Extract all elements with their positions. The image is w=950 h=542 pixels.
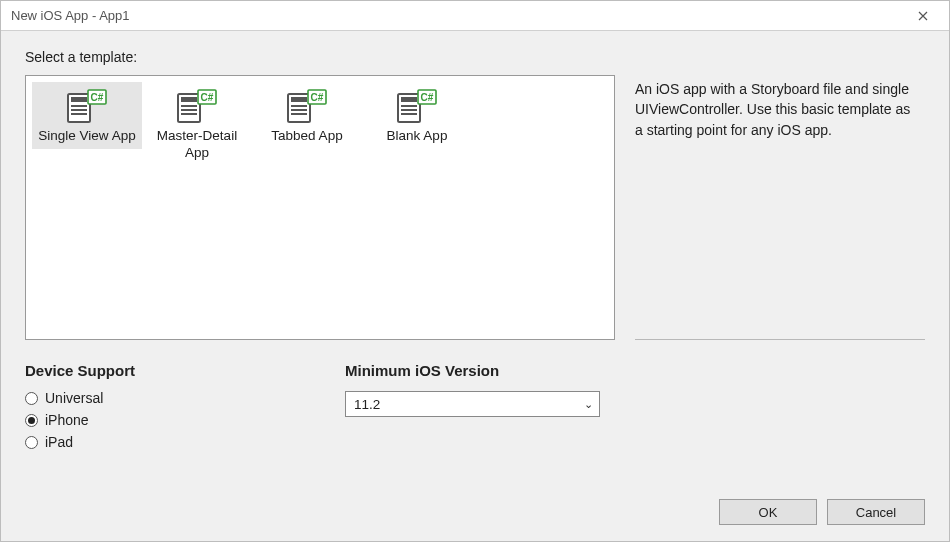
- min-ios-section: Minimum iOS Version 11.2 ⌄: [345, 362, 600, 453]
- svg-text:C#: C#: [421, 92, 434, 103]
- ok-label: OK: [759, 505, 778, 520]
- device-support-section: Device Support UniversaliPhoneiPad: [25, 362, 305, 453]
- template-label: Tabbed App: [271, 128, 342, 145]
- lower-row: Device Support UniversaliPhoneiPad Minim…: [25, 362, 925, 453]
- device-option[interactable]: Universal: [25, 387, 305, 409]
- template-item[interactable]: C#Blank App: [362, 82, 472, 149]
- svg-text:C#: C#: [311, 92, 324, 103]
- csharp-template-icon: C#: [286, 88, 328, 124]
- device-option-label: Universal: [45, 390, 103, 406]
- device-option[interactable]: iPhone: [25, 409, 305, 431]
- device-option-label: iPad: [45, 434, 73, 450]
- svg-text:C#: C#: [91, 92, 104, 103]
- svg-rect-15: [291, 97, 307, 102]
- window-title: New iOS App - App1: [11, 8, 130, 23]
- template-label: Single View App: [38, 128, 135, 145]
- svg-text:C#: C#: [201, 92, 214, 103]
- close-icon: [918, 11, 928, 21]
- template-item[interactable]: C#Tabbed App: [252, 82, 362, 149]
- dialog-window: New iOS App - App1 Select a template: C#…: [0, 0, 950, 542]
- cancel-button[interactable]: Cancel: [827, 499, 925, 525]
- ok-button[interactable]: OK: [719, 499, 817, 525]
- template-item[interactable]: C#Master-Detail App: [142, 82, 252, 166]
- device-option[interactable]: iPad: [25, 431, 305, 453]
- svg-rect-22: [401, 97, 417, 102]
- prompt-label: Select a template:: [25, 49, 925, 65]
- template-label: Master-Detail App: [147, 128, 247, 162]
- csharp-template-icon: C#: [396, 88, 438, 124]
- upper-row: C#Single View AppC#Master-Detail AppC#Ta…: [25, 75, 925, 340]
- device-option-label: iPhone: [45, 412, 89, 428]
- min-ios-value: 11.2: [354, 397, 380, 412]
- svg-rect-8: [181, 97, 197, 102]
- close-button[interactable]: [903, 2, 943, 30]
- template-item[interactable]: C#Single View App: [32, 82, 142, 149]
- svg-rect-1: [71, 97, 87, 102]
- csharp-template-icon: C#: [66, 88, 108, 124]
- cancel-label: Cancel: [856, 505, 896, 520]
- dialog-footer: OK Cancel: [1, 499, 949, 541]
- radio-icon: [25, 414, 38, 427]
- titlebar: New iOS App - App1: [1, 1, 949, 31]
- template-label: Blank App: [387, 128, 448, 145]
- dialog-content: Select a template: C#Single View AppC#Ma…: [1, 31, 949, 499]
- csharp-template-icon: C#: [176, 88, 218, 124]
- templates-list[interactable]: C#Single View AppC#Master-Detail AppC#Ta…: [25, 75, 615, 340]
- template-description: An iOS app with a Storyboard file and si…: [635, 75, 925, 340]
- radio-icon: [25, 392, 38, 405]
- radio-icon: [25, 436, 38, 449]
- chevron-down-icon: ⌄: [584, 398, 593, 411]
- device-support-heading: Device Support: [25, 362, 305, 379]
- min-ios-heading: Minimum iOS Version: [345, 362, 600, 379]
- min-ios-select[interactable]: 11.2 ⌄: [345, 391, 600, 417]
